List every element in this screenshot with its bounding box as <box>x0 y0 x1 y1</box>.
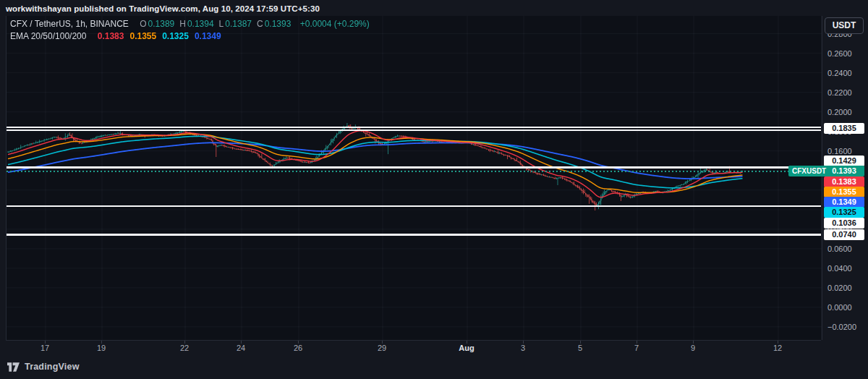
current-price-dotted-line <box>7 171 821 172</box>
tradingview-logo-icon <box>7 362 20 372</box>
time-tick-label: 7 <box>634 344 639 352</box>
ohlc-value: 0.1394 <box>187 19 214 29</box>
ema-values: 0.13830.13550.13250.1349 <box>98 31 227 41</box>
currency-toggle-button[interactable]: USDT <box>825 17 864 34</box>
price-level-line[interactable] <box>7 129 821 131</box>
ema-value: 0.1325 <box>162 31 189 41</box>
price-tick-label: −0.0200 <box>827 322 856 332</box>
price-tick-label: 0.0600 <box>827 244 852 254</box>
tradingview-watermark[interactable]: TradingView <box>7 362 80 372</box>
price-tick-label: 0.2000 <box>827 107 852 117</box>
time-tick-label: 26 <box>294 344 302 352</box>
ohlc-key: O <box>140 19 146 29</box>
ema-value: 0.1383 <box>98 31 124 41</box>
time-tick-label: 24 <box>237 344 245 352</box>
price-axis-label: 0.1349 <box>824 197 864 208</box>
tradingview-chart-window: workwithshayan published on TradingView.… <box>0 0 868 379</box>
price-tick-label: 0.0200 <box>827 283 852 293</box>
price-axis-label: 0.1393 <box>824 166 864 176</box>
ohlc-value: 0.1389 <box>148 19 175 29</box>
price-level-line[interactable] <box>7 234 821 236</box>
price-tick-label: 0.2400 <box>827 68 852 78</box>
price-level-line[interactable] <box>7 127 821 128</box>
time-tick-label: 19 <box>97 344 106 352</box>
time-tick-label: 29 <box>378 344 386 352</box>
price-axis-label: 0.0740 <box>824 229 864 240</box>
ohlc-key: C <box>257 19 263 29</box>
change-value: +0.0004 (+0.29%) <box>300 19 370 29</box>
ema-value: 0.1349 <box>195 31 221 41</box>
price-axis-label: 0.1835 <box>824 123 864 134</box>
price-tick-label: 0.1600 <box>827 146 852 156</box>
ema-indicator-label: EMA 20/50/100/200 <box>10 31 86 41</box>
time-axis[interactable]: 171922242629Aug357912 <box>6 340 821 356</box>
price-axis-label: 0.1036 <box>824 218 864 229</box>
price-axis-label: 0.1355 <box>824 187 864 197</box>
price-axis-label: 0.1383 <box>824 176 864 187</box>
time-tick-label: 3 <box>521 344 525 352</box>
symbol-price-tag: CFXUSDT <box>788 166 830 176</box>
time-tick-label: 9 <box>691 344 695 352</box>
publication-bar: workwithshayan published on TradingView.… <box>6 2 320 15</box>
price-tick-label: 0.2200 <box>827 88 852 98</box>
ema-legend-row[interactable]: EMA 20/50/100/200 0.13830.13550.13250.13… <box>10 30 371 43</box>
time-tick-label: Aug <box>459 344 474 352</box>
price-axis-label: 0.1429 <box>824 156 864 166</box>
ohlc-value: 0.1393 <box>265 19 292 29</box>
price-axis-label: 0.1325 <box>824 207 864 218</box>
time-tick-label: 12 <box>773 344 782 352</box>
symbol-title: CFX / TetherUS, 1h, BINANCE <box>10 19 129 29</box>
tradingview-logo-text: TradingView <box>25 362 80 372</box>
chart-pane[interactable] <box>6 16 821 340</box>
ohlc-values: O0.1389H0.1394L0.1387C0.1393 <box>140 19 296 29</box>
price-level-line[interactable] <box>7 166 821 169</box>
price-tick-label: 0.0000 <box>827 302 852 312</box>
ohlc-key: L <box>219 19 224 29</box>
price-tick-label: 0.2600 <box>827 48 852 59</box>
time-tick-label: 5 <box>578 344 582 352</box>
ohlc-key: H <box>179 19 186 29</box>
price-level-line[interactable] <box>7 205 821 207</box>
time-tick-label: 17 <box>41 344 49 352</box>
ohlc-value: 0.1387 <box>225 19 252 29</box>
candlestick-canvas[interactable] <box>7 16 822 340</box>
ema-value: 0.1355 <box>129 31 156 41</box>
price-tick-label: 0.0400 <box>827 263 852 273</box>
time-tick-label: 22 <box>180 344 189 352</box>
chart-legend[interactable]: CFX / TetherUS, 1h, BINANCE O0.1389H0.13… <box>10 18 371 43</box>
price-axis[interactable]: 0.28000.26000.24000.22000.20000.18000.16… <box>822 16 868 340</box>
symbol-legend-row[interactable]: CFX / TetherUS, 1h, BINANCE O0.1389H0.13… <box>10 18 371 30</box>
